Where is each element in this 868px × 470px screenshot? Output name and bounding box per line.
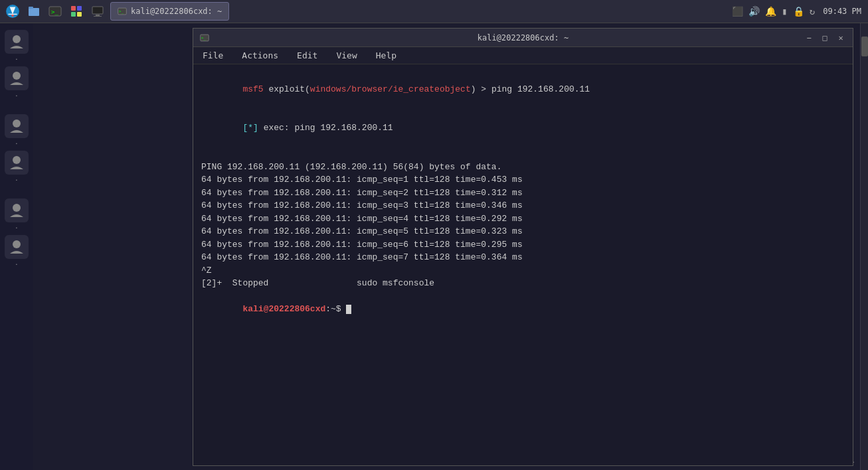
term-ping-header: PING 192.168.200.11 (192.168.200.11) 56(… [201,161,845,174]
icon-img-6 [5,235,29,259]
sys-tray-icons: ⬛ 🔊 🔔 ▮ 🔒 ↻ [732,6,815,17]
svg-rect-9 [77,12,82,17]
menu-help[interactable]: Help [372,49,400,62]
active-terminal-tab[interactable]: >_ kali@20222806cxd: ~ [110,2,229,21]
svg-rect-3 [29,7,33,9]
icon-img-1 [5,30,29,54]
svg-point-20 [13,240,21,248]
sidebar-icon-1[interactable]: . [3,30,31,61]
prompt-user: kali@20222806cxd [242,304,325,314]
sidebar-label-1: . [3,55,31,61]
svg-rect-11 [96,15,100,16]
icon-img-4 [5,151,29,175]
display-icon[interactable]: ⬛ [732,6,743,17]
icon-img-5 [5,198,29,222]
svg-rect-12 [94,16,102,17]
prompt-space [341,304,347,314]
close-button[interactable]: ✕ [835,33,846,43]
sidebar-label-4: . [3,176,31,182]
sidebar-label-2: . [3,92,31,98]
sidebar-label-5: . [3,224,31,230]
svg-rect-2 [29,8,39,16]
term-ping-1: 64 bytes from 192.168.200.11: icmp_seq=1… [201,173,845,187]
sidebar-icon-2[interactable]: . [3,66,31,98]
svg-rect-10 [92,7,103,14]
sidebar-label-6: . [3,260,31,266]
menu-file[interactable]: File [199,49,227,62]
term-ping-5: 64 bytes from 192.168.200.11: icmp_seq=5… [201,225,845,238]
power-icon[interactable]: ↻ [810,6,815,17]
menu-bar: File Actions Edit View Help [193,47,853,64]
svg-rect-7 [77,6,82,11]
svg-point-16 [13,72,21,80]
screen-icon[interactable] [89,3,106,20]
taskbar-left: >_ [0,2,233,21]
svg-point-17 [13,119,21,127]
svg-point-18 [13,156,21,164]
msf5-prompt: msf5 [242,84,263,94]
terminal-title-left: >_ [200,33,209,42]
svg-point-19 [13,204,21,212]
terminal-title-text: kali@20222806cxd: ~ [477,33,568,42]
term-ctrl-z: ^Z [201,264,845,277]
cursor [346,305,351,314]
sidebar-left: . . . [0,23,33,470]
minimize-button[interactable]: − [804,33,814,43]
desktop: >_ [0,0,868,470]
battery-icon[interactable]: ▮ [782,6,787,17]
volume-icon[interactable]: 🔊 [748,6,760,17]
svg-point-1 [11,15,14,17]
icon-img-3 [5,114,29,138]
screen-scrollbar[interactable] [860,23,868,470]
term-line-blank [201,147,845,161]
svg-text:>_: >_ [119,9,124,14]
sidebar-icon-5[interactable]: . [3,198,31,230]
prompt-path: :~$ [325,304,341,314]
window-controls: − □ ✕ [804,33,846,43]
clock: 09:43 PM [823,7,861,16]
notification-icon[interactable]: 🔔 [765,6,776,17]
exploit-path: exploit(windows/browser/ie_createobject)… [264,84,590,94]
term-ping-2: 64 bytes from 192.168.200.11: icmp_seq=2… [201,187,845,200]
term-line-1: msf5 exploit(windows/browser/ie_createob… [201,70,845,109]
term-ping-4: 64 bytes from 192.168.200.11: icmp_seq=4… [201,212,845,226]
term-stopped: [2]+ Stopped sudo msfconsole [201,277,845,290]
terminal-content[interactable]: msf5 exploit(windows/browser/ie_createob… [193,64,853,465]
kali-logo-icon[interactable] [4,3,21,20]
svg-point-15 [13,35,21,43]
terminal-taskbar-icon[interactable]: >_ [46,3,64,20]
svg-rect-8 [71,12,76,17]
sidebar-bot-icons: . . [3,198,31,266]
scroll-thumb[interactable] [861,37,868,56]
file-manager-icon[interactable] [25,3,43,20]
icon-img-2 [5,66,29,90]
svg-text:>_: >_ [51,9,58,15]
terminal-icon: >_ [200,33,209,42]
menu-actions[interactable]: Actions [238,49,282,62]
maximize-button[interactable]: □ [820,33,830,43]
svg-rect-6 [71,6,76,11]
term-ping-6: 64 bytes from 192.168.200.11: icmp_seq=6… [201,238,845,252]
term-line-2: [*] exec: ping 192.168.200.11 [201,109,845,148]
sidebar-top-icons: . . [3,30,31,98]
lock-icon[interactable]: 🔒 [793,6,804,17]
terminal-window: >_ kali@20222806cxd: ~ − □ ✕ File Action… [193,28,853,466]
menu-edit[interactable]: Edit [293,49,321,62]
apps-icon[interactable] [68,3,85,20]
exec-text: exec: ping 192.168.200.11 [258,123,393,133]
taskbar-right: ⬛ 🔊 🔔 ▮ 🔒 ↻ 09:43 PM [732,6,868,17]
terminal-titlebar: >_ kali@20222806cxd: ~ − □ ✕ [193,29,853,47]
sidebar-icon-4[interactable]: . [3,151,31,182]
menu-view[interactable]: View [332,49,361,62]
term-ping-7: 64 bytes from 192.168.200.11: icmp_seq=7… [201,251,845,264]
active-tab-label: kali@20222806cxd: ~ [131,7,222,16]
svg-text:>_: >_ [201,36,206,40]
taskbar: >_ [0,0,868,23]
sidebar-icon-6[interactable]: . [3,235,31,266]
info-bracket: [*] [242,123,258,133]
sidebar-label-3: . [3,139,31,145]
term-prompt: kali@20222806cxd:~$ [201,290,845,329]
sidebar-mid-icons: . . [3,114,31,182]
sidebar-icon-3[interactable]: . [3,114,31,145]
term-ping-3: 64 bytes from 192.168.200.11: icmp_seq=3… [201,199,845,212]
